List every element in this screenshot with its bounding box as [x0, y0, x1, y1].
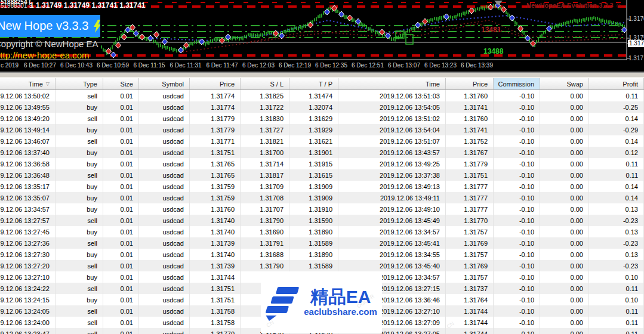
- table-row[interactable]: 2019.12.06 13:49:20sell0.01usdcad1.31779…: [0, 113, 644, 124]
- column-header-time-close[interactable]: Time: [338, 78, 446, 89]
- table-row[interactable]: 2019.12.06 13:36:58buy0.01usdcad1.317651…: [0, 158, 644, 169]
- column-header-price-close[interactable]: Price: [446, 78, 494, 89]
- table-cell: 2019.12.06 13:27:20: [0, 260, 56, 271]
- column-header-size[interactable]: Size: [103, 78, 139, 89]
- table-cell: 2019.12.06 13:27:30: [0, 249, 56, 260]
- table-cell: usdcad: [139, 135, 190, 147]
- table-cell: 1.31770: [190, 328, 241, 334]
- column-header-symbol[interactable]: Symbol: [139, 78, 190, 89]
- table-cell: 1.31909: [289, 192, 338, 203]
- table-cell: 1.31757: [446, 271, 494, 283]
- table-cell: -0.10: [494, 192, 540, 203]
- table-cell: 0.00: [540, 271, 589, 283]
- table-cell: 1.31744: [446, 305, 494, 317]
- table-cell: 2019.12.06 13:35:17: [0, 181, 56, 192]
- table-cell: -0.10: [494, 283, 540, 294]
- table-cell: 0.14: [589, 181, 644, 192]
- table-cell: -0.10: [494, 215, 540, 226]
- table-row[interactable]: 2019.12.06 13:27:45buy0.01usdcad1.317401…: [0, 226, 644, 237]
- column-header-price[interactable]: Price: [190, 78, 241, 89]
- column-header-type[interactable]: Type: [56, 78, 103, 89]
- table-cell: 0.00: [540, 305, 589, 317]
- table-cell: 1.31751: [190, 147, 241, 158]
- table-row[interactable]: 2019.12.06 13:27:20sell0.01usdcad1.31739…: [0, 260, 644, 271]
- table-cell: 1.31615: [289, 169, 338, 181]
- table-cell: 1.31752: [446, 135, 494, 147]
- table-cell: 1.31759: [190, 192, 241, 203]
- table-cell: -0.10: [494, 305, 540, 317]
- table-cell: 0.01: [103, 181, 139, 192]
- column-header-swap-close[interactable]: Swap: [540, 78, 589, 89]
- table-row[interactable]: 2019.12.06 13:49:14buy0.01usdcad1.317791…: [0, 124, 644, 135]
- table-row[interactable]: 2019.12.06 13:46:07sell0.01usdcad1.31771…: [0, 135, 644, 147]
- table-cell: usdcad: [139, 124, 190, 135]
- table-header-row: Time▽TypeSizeSymbolPriceS / LT / PTimePr…: [0, 78, 644, 90]
- table-cell: 1.31910: [289, 203, 338, 215]
- table-cell: usdcad: [139, 249, 190, 260]
- table-cell: 0.01: [103, 158, 139, 169]
- column-header-label: Swap: [566, 81, 583, 88]
- column-header-commission-close[interactable]: Commission: [494, 78, 540, 89]
- time-axis-label: 6 Dec 12:19: [279, 62, 311, 69]
- table-row[interactable]: 2019.12.06 13:35:07buy0.01usdcad1.317591…: [0, 192, 644, 203]
- table-cell: 0.01: [103, 305, 139, 317]
- table-cell: usdcad: [139, 317, 190, 328]
- table-row[interactable]: 2019.12.06 13:49:55buy0.01usdcad1.317741…: [0, 101, 644, 113]
- ea-banner-title: New Hope v3.3.3: [0, 19, 88, 33]
- table-cell: 1.31769: [446, 237, 494, 249]
- table-cell: 1.31621: [289, 135, 338, 147]
- table-cell: 1.31771: [190, 135, 241, 147]
- table-cell: 1.31774: [190, 90, 241, 101]
- table-cell: 1.31830: [241, 113, 289, 124]
- ohlc-readout: 1 1.31749 1.31749 1.31741 1.31741: [30, 1, 146, 10]
- table-cell: 0.10: [589, 271, 644, 283]
- table-row[interactable]: 2019.12.06 13:27:36sell0.01usdcad1.31739…: [0, 237, 644, 249]
- table-cell: 1.31751: [190, 294, 241, 305]
- table-row[interactable]: 2019.12.06 13:50:02sell0.01usdcad1.31774…: [0, 90, 644, 101]
- table-cell: 0.01: [103, 215, 139, 226]
- table-cell: -0.10: [494, 203, 540, 215]
- table-cell: 1.31779: [190, 113, 241, 124]
- table-cell: 1.31760: [190, 203, 241, 215]
- table-cell: -0.10: [494, 181, 540, 192]
- column-header-tp[interactable]: T / P: [289, 78, 338, 89]
- table-cell: 2019.12.06 13:54:05: [338, 101, 446, 113]
- table-cell: 1.31589: [289, 237, 338, 249]
- chart-annotation-green: 13488: [483, 47, 503, 55]
- ea-banner: New Hope v3.3.3: [0, 15, 100, 37]
- table-cell: 1.31727: [241, 124, 289, 135]
- column-header-label: T / P: [319, 81, 332, 88]
- table-cell: sell: [56, 237, 103, 249]
- column-header-label: Price: [473, 81, 488, 88]
- table-cell: buy: [56, 226, 103, 237]
- table-cell: -0.10: [494, 271, 540, 283]
- table-cell: 2019.12.06 13:49:13: [338, 181, 446, 192]
- column-header-time[interactable]: Time▽: [0, 78, 56, 89]
- table-row[interactable]: 2019.12.06 13:36:48sell0.01usdcad1.31765…: [0, 169, 644, 181]
- stacked-books-icon: [266, 283, 300, 321]
- table-cell: buy: [56, 294, 103, 305]
- panel-splitter[interactable]: [0, 72, 644, 78]
- table-row[interactable]: 2019.12.06 13:27:30buy0.01usdcad1.317401…: [0, 249, 644, 260]
- table-cell: -0.10: [494, 113, 540, 124]
- table-cell: 2019.12.06 13:24:00: [0, 317, 56, 328]
- table-cell: 0.01: [103, 283, 139, 294]
- table-row[interactable]: 2019.12.06 13:35:17buy0.01usdcad1.317591…: [0, 181, 644, 192]
- table-cell: 2019.12.06 13:27:36: [0, 237, 56, 249]
- table-cell: 1.31764: [446, 294, 494, 305]
- table-cell: 0.00: [540, 113, 589, 124]
- table-cell: 0.11: [589, 305, 644, 317]
- table-cell: 0.01: [103, 135, 139, 147]
- table-cell: 0.00: [540, 317, 589, 328]
- column-header-sl[interactable]: S / L: [241, 78, 289, 89]
- table-row[interactable]: 2019.12.06 13:34:57buy0.01usdcad1.317601…: [0, 203, 644, 215]
- table-row[interactable]: 2019.12.06 13:27:57sell0.01usdcad1.31740…: [0, 215, 644, 226]
- table-row[interactable]: 2019.12.06 13:37:40buy0.01usdcad1.317511…: [0, 147, 644, 158]
- table-cell: usdcad: [139, 203, 190, 215]
- table-cell: -0.10: [494, 237, 540, 249]
- table-cell: 2019.12.06 13:43:57: [338, 147, 446, 158]
- column-header-profit-close[interactable]: Profit: [589, 78, 644, 89]
- table-cell: 1.31709: [241, 181, 289, 192]
- table-cell: sell: [56, 328, 103, 334]
- price-chart[interactable]: 51888254 t 51988301 S 1 1.31749 1.31749 …: [0, 0, 644, 72]
